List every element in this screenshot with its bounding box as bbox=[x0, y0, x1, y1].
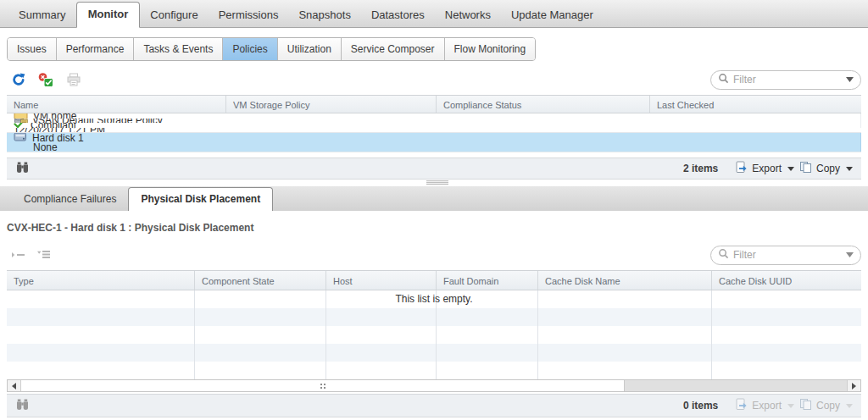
collapse-group-icon bbox=[12, 251, 25, 258]
copy-icon bbox=[799, 161, 812, 176]
tab-networks[interactable]: Networks bbox=[435, 3, 501, 27]
filter-dropdown-caret-icon[interactable] bbox=[846, 77, 854, 82]
splitter-grip[interactable] bbox=[426, 180, 448, 185]
lower-filter-box bbox=[710, 246, 861, 265]
tab-datastores[interactable]: Datastores bbox=[361, 3, 435, 27]
subtab-issues[interactable]: Issues bbox=[8, 38, 57, 60]
refresh-icon[interactable] bbox=[12, 73, 25, 86]
check-compliance-icon[interactable] bbox=[38, 73, 53, 87]
export-icon bbox=[735, 161, 748, 176]
empty-row bbox=[7, 308, 861, 326]
export-label: Export bbox=[752, 400, 782, 412]
empty-row bbox=[7, 326, 861, 344]
tab-configure[interactable]: Configure bbox=[140, 3, 208, 27]
export-button: Export bbox=[735, 398, 794, 413]
export-label: Export bbox=[752, 163, 782, 174]
items-count: 0 items bbox=[683, 400, 718, 412]
policies-toolbar bbox=[7, 69, 861, 91]
upper-status-bar: 2 items Export Copy bbox=[7, 158, 861, 180]
column-header-fault-domain[interactable]: Fault Domain bbox=[437, 271, 538, 290]
search-icon bbox=[718, 248, 729, 262]
compliance-grid-header: Name VM Storage Policy Compliance Status… bbox=[7, 95, 861, 113]
copy-button: Copy bbox=[799, 398, 853, 413]
column-header-cache-disk-name[interactable]: Cache Disk Name bbox=[538, 271, 712, 290]
caret-down-icon bbox=[787, 404, 794, 408]
column-header-component-state[interactable]: Component State bbox=[195, 271, 326, 290]
caret-down-icon bbox=[846, 404, 853, 408]
copy-icon bbox=[799, 398, 812, 413]
copy-label: Copy bbox=[816, 400, 840, 412]
filter-dropdown-caret-icon[interactable] bbox=[846, 252, 854, 257]
monitor-subtab-group: Issues Performance Tasks & Events Polici… bbox=[7, 37, 536, 61]
upper-filter-box bbox=[710, 70, 861, 90]
detail-tab-bar: Compliance Failures Physical Disk Placem… bbox=[0, 186, 868, 211]
row-name: Hard disk 1 bbox=[32, 133, 84, 142]
empty-list-message: This list is empty. bbox=[7, 293, 861, 305]
horizontal-splitter[interactable] bbox=[0, 180, 868, 186]
print-icon bbox=[66, 73, 81, 86]
lower-status-bar: 0 items Export Copy bbox=[7, 394, 861, 417]
compliance-grid: Name VM Storage Policy Compliance Status… bbox=[7, 95, 861, 152]
column-header-compliance-status[interactable]: Compliance Status bbox=[437, 96, 650, 113]
placement-grid-header: Type Component State Host Fault Domain C… bbox=[7, 270, 861, 290]
scrollbar-track[interactable] bbox=[625, 380, 847, 391]
column-header-cache-disk-uuid[interactable]: Cache Disk UUID bbox=[712, 271, 861, 290]
scroll-left-icon[interactable] bbox=[8, 380, 21, 391]
search-icon bbox=[718, 73, 729, 86]
upper-filter-input[interactable] bbox=[733, 74, 842, 86]
tab-update-manager[interactable]: Update Manager bbox=[501, 3, 604, 27]
subtab-utilization[interactable]: Utilization bbox=[278, 38, 342, 60]
scrollbar-thumb[interactable] bbox=[21, 380, 625, 391]
detail-panel-title: CVX-HEC-1 - Hard disk 1 : Physical Disk … bbox=[7, 222, 861, 234]
lower-filter-input[interactable] bbox=[733, 249, 842, 261]
tab-monitor[interactable]: Monitor bbox=[76, 2, 141, 28]
caret-down-icon bbox=[787, 167, 794, 171]
empty-row bbox=[7, 362, 861, 379]
row-policy: None bbox=[33, 142, 58, 152]
export-icon bbox=[735, 398, 748, 413]
subtab-flow-monitoring[interactable]: Flow Monitoring bbox=[445, 38, 536, 60]
empty-row bbox=[7, 344, 861, 362]
binoculars-icon[interactable] bbox=[15, 162, 30, 176]
scrollbar-grip[interactable] bbox=[320, 384, 326, 389]
table-row-vm-home[interactable]: VM home vSAN Default Storage Policy Comp… bbox=[7, 113, 861, 133]
binoculars-icon[interactable] bbox=[15, 399, 30, 413]
items-count: 2 items bbox=[683, 163, 718, 174]
copy-button[interactable]: Copy bbox=[799, 161, 853, 176]
caret-down-icon bbox=[846, 167, 853, 171]
copy-label: Copy bbox=[816, 163, 840, 174]
column-header-host[interactable]: Host bbox=[326, 271, 437, 290]
tab-physical-disk-placement[interactable]: Physical Disk Placement bbox=[128, 187, 273, 211]
subtab-tasks-events[interactable]: Tasks & Events bbox=[134, 38, 223, 60]
column-header-name[interactable]: Name bbox=[7, 96, 226, 113]
object-tab-bar: Summary Monitor Configure Permissions Sn… bbox=[0, 0, 868, 28]
placement-grid: Type Component State Host Fault Domain C… bbox=[7, 270, 861, 392]
column-header-last-checked[interactable]: Last Checked bbox=[650, 96, 861, 113]
tab-summary[interactable]: Summary bbox=[8, 3, 76, 27]
column-header-type[interactable]: Type bbox=[7, 271, 195, 290]
tab-permissions[interactable]: Permissions bbox=[209, 3, 289, 27]
export-button[interactable]: Export bbox=[735, 161, 794, 176]
tab-snapshots[interactable]: Snapshots bbox=[288, 3, 360, 27]
horizontal-scrollbar[interactable] bbox=[7, 379, 861, 392]
column-header-vm-storage-policy[interactable]: VM Storage Policy bbox=[226, 96, 437, 113]
hard-disk-icon bbox=[14, 133, 27, 142]
tab-compliance-failures[interactable]: Compliance Failures bbox=[12, 188, 128, 211]
table-row-hard-disk-1[interactable]: Hard disk 1 None bbox=[7, 133, 861, 152]
subtab-performance[interactable]: Performance bbox=[57, 38, 135, 60]
subtab-policies[interactable]: Policies bbox=[223, 38, 277, 60]
column-list-icon bbox=[37, 251, 50, 259]
scroll-right-icon[interactable] bbox=[847, 380, 860, 391]
row-last-checked: 12/20/2017 1:21 PM bbox=[14, 128, 105, 133]
detail-toolbar bbox=[7, 244, 861, 266]
subtab-service-composer[interactable]: Service Composer bbox=[342, 38, 445, 60]
placement-grid-body: This list is empty. bbox=[7, 290, 861, 379]
